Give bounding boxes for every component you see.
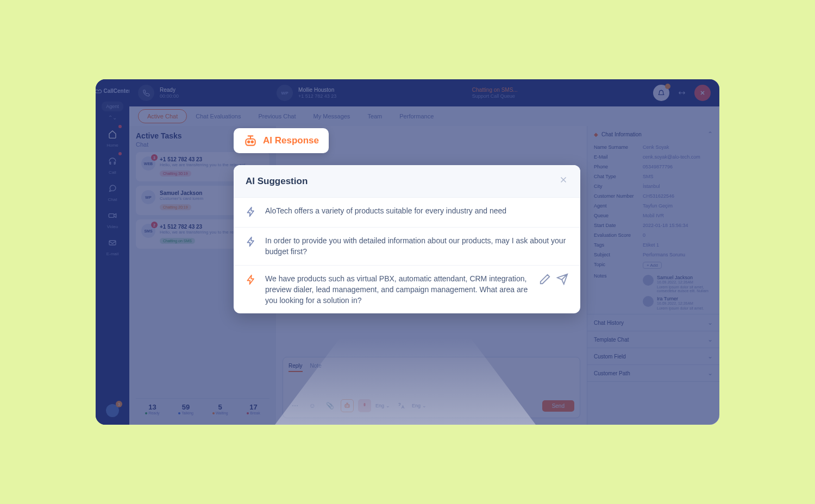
mic-icon[interactable] <box>358 399 371 412</box>
note-item: Samuel Jackson 16.09.2022, 12:26AM Lorem… <box>643 273 713 294</box>
info-topic-label: Topic <box>594 262 643 269</box>
nav-home[interactable] <box>104 126 121 142</box>
reply-area: Reply Note ⋯ ☺ 📎 Eng ⌄ <box>283 357 580 418</box>
task-status: Chatting on SMS <box>160 238 195 244</box>
task-status: Chatting 30:19 <box>160 171 191 177</box>
nav-chat[interactable] <box>104 180 121 197</box>
tab-evaluations[interactable]: Chat Evaluations <box>187 110 249 123</box>
nav-home-label: Home <box>106 143 118 148</box>
ai-popup-title: AI Suggestion <box>246 176 308 187</box>
chevron-up-icon: ⌃ <box>707 130 713 138</box>
info-header[interactable]: ◆ Chat Information ⌃ <box>587 126 719 142</box>
contact-block: WP Mollie Houston +1 512 782 43 23 <box>277 85 336 101</box>
tab-team[interactable]: Team <box>359 110 391 123</box>
info-row: Phone05349877796 <box>587 162 719 172</box>
send-button[interactable]: Send <box>542 400 574 412</box>
close-icon[interactable] <box>559 175 568 187</box>
channel-icon: WP <box>141 190 155 204</box>
more-icon[interactable]: ⋯ <box>289 399 302 412</box>
section-toggle[interactable]: Customer Path⌄ <box>587 365 719 381</box>
stat-item: 59 Talking <box>178 403 193 415</box>
agent-status: Ready 00:00:00 <box>138 85 179 101</box>
contact-avatar: WP <box>277 85 293 101</box>
call-status-sub: Support Call Queue <box>472 93 518 99</box>
task-title: +1 512 782 43 23 <box>160 156 264 162</box>
ai-suggestion-text: We have products such as virtual PBX, au… <box>265 273 530 306</box>
translate-icon[interactable] <box>394 399 408 412</box>
info-row: Start Date2022-01-18 15:56:34 <box>587 220 719 230</box>
info-row: Evaluation Score0 <box>587 230 719 240</box>
chevron-down-icon: ⌄ <box>707 352 713 360</box>
channel-icon: WEB3 <box>141 156 155 171</box>
svg-point-7 <box>252 141 253 143</box>
status-ready: Ready <box>160 87 179 93</box>
ai-suggestion-item[interactable]: In order to provide you with detailed in… <box>234 227 580 265</box>
bolt-icon <box>246 236 256 249</box>
ai-suggestion-popup: AI Suggestion AloTech offers a variety o… <box>234 165 580 313</box>
topbar: Ready 00:00:00 WP Mollie Houston +1 512 … <box>129 79 719 106</box>
nav-email[interactable] <box>104 235 121 251</box>
ai-label-text: AI Response <box>263 135 319 146</box>
info-row: Cityİstanbul <box>587 181 719 191</box>
stat-item: 13 Ready <box>145 403 159 415</box>
phone-icon <box>138 85 154 101</box>
nav-video-label: Video <box>107 224 118 229</box>
notification-button[interactable] <box>653 85 669 101</box>
reply-tab-reply[interactable]: Reply <box>289 363 303 372</box>
ai-suggestion-item[interactable]: We have products such as virtual PBX, au… <box>234 265 580 314</box>
chevron-down-icon: ⌄ <box>707 369 713 377</box>
info-row: TagsEtiket 1 <box>587 240 719 250</box>
info-row: AgentTayfun Geçim <box>587 201 719 211</box>
lang-select-1[interactable]: Eng ⌄ <box>375 403 390 408</box>
avatar <box>643 275 654 286</box>
tab-messages[interactable]: My Messages <box>305 110 359 123</box>
ai-suggestion-item[interactable]: AloTech offers a variety of products sui… <box>234 197 580 227</box>
add-topic-button[interactable]: + Add <box>643 262 662 269</box>
svg-rect-5 <box>246 139 255 146</box>
rail-avatar[interactable]: 3 <box>106 404 119 417</box>
tab-previous[interactable]: Previous Chat <box>249 110 304 123</box>
brand-logo: CallCenter <box>96 88 131 94</box>
tabs-row: Active Chat Chat Evaluations Previous Ch… <box>129 106 719 126</box>
chevron-down-icon: ⌄ <box>707 319 713 326</box>
svg-point-4 <box>348 406 348 406</box>
close-button[interactable] <box>694 85 711 101</box>
nav-video[interactable] <box>104 207 121 224</box>
channel-icon: SMS2 <box>141 224 155 238</box>
edit-icon[interactable] <box>539 273 551 285</box>
tab-performance[interactable]: Performance <box>391 110 442 123</box>
nav-chat-label: Chat <box>108 197 117 202</box>
info-panel: ◆ Chat Information ⌃ Name SurnameCenk So… <box>587 126 719 425</box>
section-toggle[interactable]: Template Chat⌄ <box>587 331 719 348</box>
stat-item: 17 Break <box>247 403 260 415</box>
ai-suggestion-text: In order to provide you with detailed in… <box>265 235 568 257</box>
section-toggle[interactable]: Custom Field⌄ <box>587 348 719 364</box>
contact-name: Mollie Houston <box>298 87 336 93</box>
attach-icon[interactable]: 📎 <box>323 399 336 412</box>
info-row: E-Mailcenk.soyak@alo-tech.com <box>587 152 719 162</box>
top-actions <box>653 85 711 101</box>
reply-tab-note[interactable]: Note <box>310 363 322 372</box>
nav-call[interactable] <box>104 153 121 169</box>
emoji-icon[interactable]: ☺ <box>306 399 319 412</box>
send-icon[interactable] <box>556 273 568 285</box>
tab-active-chat[interactable]: Active Chat <box>138 109 187 123</box>
info-row: QueueMobil IVR <box>587 211 719 220</box>
agent-pill[interactable]: Agent <box>102 102 123 111</box>
bolt-icon <box>246 206 256 219</box>
left-rail: CallCenter Agent ⌃⌄ Home Call Chat Video… <box>96 79 129 425</box>
status-timer: 00:00:00 <box>160 93 179 99</box>
section-toggle[interactable]: Chat History⌄ <box>587 314 719 331</box>
lang-select-2[interactable]: Eng ⌄ <box>412 403 427 408</box>
ai-suggestion-text: AloTech offers a variety of products sui… <box>265 205 568 216</box>
transfer-button[interactable] <box>674 85 690 101</box>
tasks-sub: Chat <box>136 141 148 148</box>
stat-item: 5 Waiting <box>212 403 228 415</box>
bolt-icon <box>246 274 256 287</box>
info-row: Chat TypeSMS <box>587 172 719 181</box>
tasks-stats: 13 Ready 59 Talking 5 Waiting 17 Break <box>136 398 269 419</box>
nav-email-label: E-mail <box>106 251 119 256</box>
svg-rect-0 <box>109 214 114 218</box>
call-status: Chatting on SMS... Support Call Queue <box>472 87 518 99</box>
ai-button[interactable] <box>341 399 354 412</box>
